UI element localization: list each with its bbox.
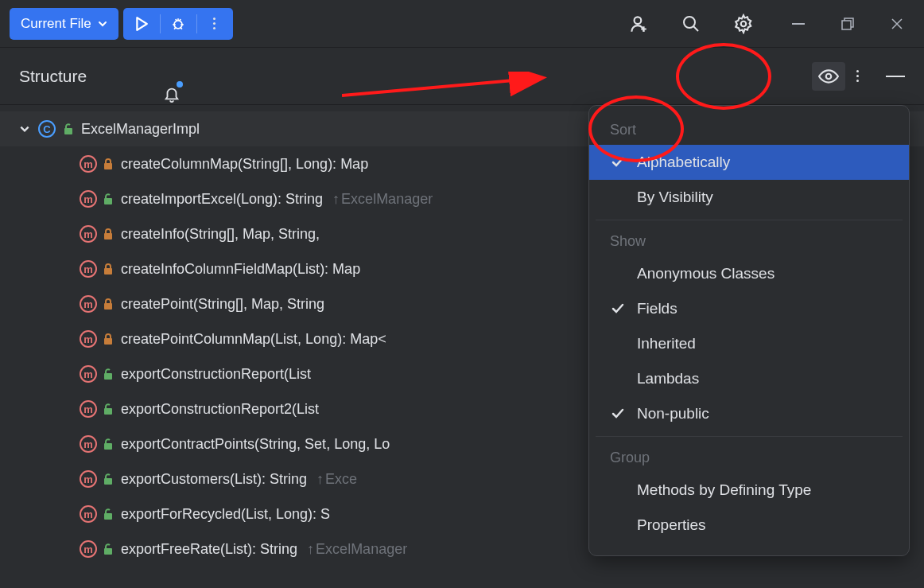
public-unlock-icon [103, 438, 115, 450]
svg-rect-16 [104, 443, 112, 450]
method-icon: m [80, 470, 97, 488]
close-icon [891, 18, 903, 30]
panel-options[interactable] [856, 70, 859, 82]
eye-icon [818, 68, 839, 84]
structure-panel-header: Structure [0, 48, 924, 105]
inherit-marker: ↑ExcelManager [307, 541, 407, 558]
svg-point-6 [826, 73, 832, 79]
notifications-button[interactable] [163, 84, 181, 103]
popup-item-label: Lambdas [637, 370, 699, 387]
check-icon [610, 157, 626, 168]
bug-icon [170, 16, 186, 32]
svg-rect-14 [104, 373, 112, 380]
window-close[interactable] [889, 16, 905, 32]
public-unlock-icon [103, 193, 115, 204]
minimize-bar-icon [886, 76, 905, 77]
run-config-label: Current File [21, 16, 91, 32]
popup-item-label: Fields [637, 300, 677, 317]
popup-section-title: Group [589, 442, 909, 473]
method-signature: exportConstructionReport(List [121, 366, 311, 383]
vertical-dots-icon [213, 18, 215, 29]
inherit-marker: ↑ExcelManager [332, 191, 433, 208]
popup-menu-item[interactable]: Lambdas [589, 361, 909, 396]
view-options-button[interactable] [812, 62, 845, 91]
method-icon: m [80, 330, 97, 348]
method-icon: m [80, 505, 97, 523]
svg-rect-19 [104, 548, 112, 555]
public-unlock-icon [103, 543, 115, 555]
settings-button[interactable] [733, 14, 754, 34]
public-unlock-icon [103, 473, 115, 485]
panel-minimize[interactable] [886, 76, 905, 77]
chevron-down-icon [19, 123, 30, 134]
popup-menu-item[interactable]: Anonymous Classes [589, 256, 909, 291]
popup-section-title: Show [589, 225, 909, 256]
method-icon: m [80, 190, 97, 208]
check-icon [610, 303, 626, 314]
private-lock-icon [103, 298, 115, 310]
gear-icon [733, 14, 754, 34]
search-button[interactable] [681, 14, 701, 34]
more-run-options[interactable] [196, 8, 233, 40]
svg-rect-8 [104, 163, 112, 169]
window-maximize[interactable] [840, 16, 856, 32]
unlock-icon [64, 123, 73, 134]
maximize-icon [841, 18, 854, 30]
svg-rect-12 [104, 303, 112, 310]
root-class-name: ExcelManagerImpl [81, 121, 200, 138]
popup-menu-item[interactable]: Methods by Defining Type [589, 473, 909, 508]
svg-rect-4 [792, 23, 805, 25]
popup-section-title: Sort [589, 114, 909, 145]
popup-divider [596, 220, 903, 220]
popup-item-label: Inherited [637, 335, 696, 352]
play-icon [135, 17, 148, 31]
top-toolbar: Current File [0, 0, 924, 48]
public-unlock-icon [103, 508, 115, 520]
svg-rect-7 [64, 128, 72, 134]
method-signature: createImportExcel(Long): String [121, 191, 323, 208]
svg-point-3 [741, 21, 747, 26]
private-lock-icon [103, 228, 115, 239]
svg-rect-13 [104, 338, 112, 345]
view-options-popup: SortAlphabeticallyBy VisibilityShowAnony… [588, 105, 910, 556]
private-lock-icon [103, 263, 115, 275]
popup-menu-item[interactable]: Non-public [589, 396, 909, 431]
inherit-marker: ↑Exce [316, 471, 357, 488]
method-icon: m [80, 155, 97, 173]
method-icon: m [80, 295, 97, 313]
method-signature: exportConstructionReport2(List [121, 401, 319, 418]
person-plus-icon [628, 14, 649, 34]
popup-menu-item[interactable]: Inherited [589, 326, 909, 361]
method-icon: m [80, 540, 97, 558]
panel-title: Structure [19, 67, 87, 86]
method-signature: createPointColumnMap(List, Long): Map< [121, 331, 386, 348]
run-button[interactable] [123, 8, 160, 40]
popup-menu-item[interactable]: Alphabetically [589, 145, 909, 180]
popup-item-label: Methods by Defining Type [637, 481, 811, 499]
window-minimize[interactable] [790, 16, 806, 32]
svg-rect-18 [104, 513, 112, 520]
svg-rect-9 [104, 198, 112, 204]
svg-rect-11 [104, 268, 112, 275]
code-with-me-button[interactable] [628, 14, 649, 34]
svg-rect-10 [104, 233, 112, 239]
method-icon: m [80, 435, 97, 453]
run-button-group [123, 8, 233, 40]
popup-divider [596, 436, 903, 437]
popup-menu-item[interactable]: Properties [589, 508, 909, 543]
popup-menu-item[interactable]: Fields [589, 291, 909, 326]
run-config-dropdown[interactable]: Current File [10, 8, 118, 40]
method-icon: m [80, 365, 97, 383]
method-icon: m [80, 260, 97, 278]
method-signature: exportContractPoints(String, Set, Long, … [121, 436, 390, 453]
private-lock-icon [103, 158, 115, 169]
chevron-down-icon [98, 19, 107, 29]
method-signature: createInfoColumnFieldMap(List): Map [121, 261, 360, 278]
minimize-icon [792, 23, 805, 25]
method-signature: createPoint(String[], Map, String [121, 296, 324, 313]
debug-button[interactable] [160, 8, 196, 40]
method-signature: createColumnMap(String[], Long): Map [121, 156, 368, 173]
svg-point-2 [684, 17, 695, 28]
check-icon [610, 408, 626, 419]
popup-menu-item[interactable]: By Visibility [589, 180, 909, 215]
